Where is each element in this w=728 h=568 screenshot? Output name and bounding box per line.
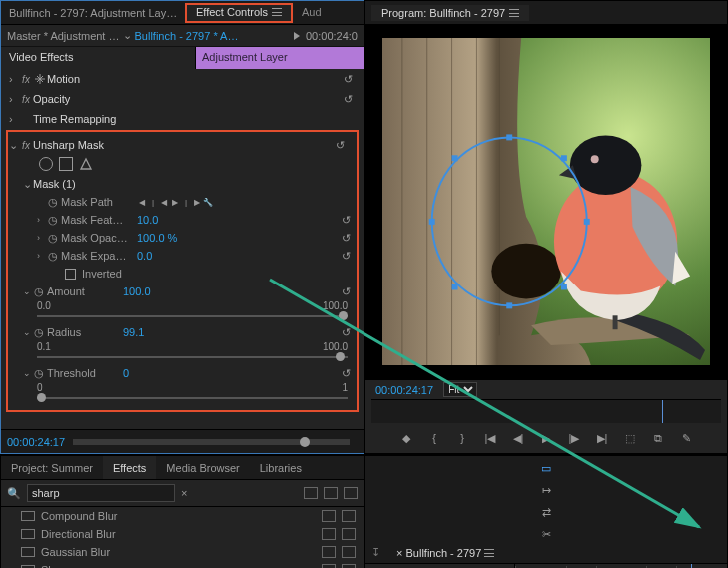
sequence-tab[interactable]: × Bullfinch - 2797 (386, 547, 504, 559)
lift-icon[interactable]: ⬚ (621, 429, 639, 447)
reset-icon[interactable]: ↺ (342, 232, 356, 245)
stopwatch-icon[interactable]: ◷ (47, 232, 59, 244)
effect-item[interactable]: Compound Blur (1, 507, 364, 525)
effect-item[interactable]: Directional Blur (1, 525, 364, 543)
twirl-icon[interactable]: › (9, 73, 19, 85)
stopwatch-icon[interactable]: ◷ (47, 196, 59, 208)
panel-menu-icon[interactable] (509, 9, 519, 17)
stopwatch-icon[interactable]: ◷ (33, 326, 45, 338)
twirl-icon[interactable]: › (37, 233, 45, 243)
prev-key-icon[interactable]: ◀ (137, 197, 147, 207)
twirl-icon[interactable]: › (9, 93, 19, 105)
step-back-icon[interactable]: ◀| (509, 429, 527, 447)
ec-current-time[interactable]: 00:00:24:17 (7, 436, 65, 448)
panel-menu-icon[interactable] (484, 549, 494, 557)
yuv-fx-icon[interactable] (344, 487, 358, 499)
tab-libraries[interactable]: Libraries (250, 456, 312, 479)
step-fwd-icon[interactable]: |▶ (565, 429, 583, 447)
mark-out-icon[interactable]: } (453, 429, 471, 447)
prop-value[interactable]: 0 (123, 367, 173, 379)
prop-value[interactable]: 10.0 (137, 214, 187, 226)
rectangle-mask-icon[interactable] (59, 157, 73, 171)
clear-search-icon[interactable]: × (181, 487, 187, 499)
effect-item[interactable]: Gaussian Blur (1, 543, 364, 561)
video-effects-heading[interactable]: Video Effects (1, 47, 196, 69)
mark-in-icon[interactable]: { (425, 429, 443, 447)
twirl-icon[interactable]: › (37, 215, 45, 225)
reset-icon[interactable]: ↺ (342, 214, 356, 227)
effects-search-input[interactable] (27, 484, 175, 502)
tab-project[interactable]: Project: Summer (1, 456, 103, 479)
radius-slider[interactable] (37, 352, 348, 362)
master-clip-label[interactable]: Master * Adjustment … (7, 30, 120, 42)
add-marker-icon[interactable]: ◆ (397, 429, 415, 447)
reset-icon[interactable]: ↺ (342, 250, 356, 263)
twirl-icon[interactable]: › (9, 113, 19, 125)
sequence-clip-link[interactable]: Bullfinch - 2797 * A… (135, 30, 289, 42)
mask-1[interactable]: ⌄ Mask (1) (9, 175, 356, 193)
reset-icon[interactable]: ↺ (342, 326, 356, 339)
effect-time-remapping[interactable]: › fx Time Remapping (1, 109, 364, 129)
effect-item[interactable]: Sharpen (1, 561, 364, 568)
amount-slider[interactable] (37, 311, 348, 321)
extract-icon[interactable]: ⧉ (649, 429, 667, 447)
checkbox-icon[interactable] (65, 269, 76, 280)
wrench-icon[interactable]: 🔧 (203, 197, 213, 207)
program-playhead[interactable] (662, 400, 663, 423)
prev-key-icon[interactable]: ◀ (159, 197, 169, 207)
chevron-down-icon[interactable]: ⌄ (120, 29, 135, 42)
play-icon[interactable] (294, 32, 300, 40)
fx-badge[interactable]: fx (19, 94, 33, 105)
source-tab[interactable]: Bullfinch - 2797: Adjustment Layer: 00:0… (1, 7, 186, 19)
32bit-fx-icon[interactable] (324, 487, 338, 499)
program-timecode[interactable]: 00:00:24:17 (375, 384, 433, 396)
selection-tool-icon[interactable]: ▭ (538, 460, 554, 476)
prop-value[interactable]: 0.0 (137, 250, 187, 262)
accel-fx-icon[interactable] (304, 487, 318, 499)
fx-badge[interactable]: fx (19, 140, 33, 151)
pen-mask-icon[interactable] (79, 157, 93, 171)
fx-badge[interactable]: fx (19, 74, 33, 85)
ellipse-mask-icon[interactable] (39, 157, 53, 171)
twirl-icon[interactable]: › (37, 251, 45, 261)
reset-icon[interactable]: ↺ (344, 93, 360, 106)
reset-icon[interactable]: ↺ (344, 73, 360, 86)
go-to-in-icon[interactable]: |◀ (481, 429, 499, 447)
effect-opacity[interactable]: › fx Opacity ↺ (1, 89, 364, 109)
program-tab[interactable]: Program: Bullfinch - 2797 (371, 5, 529, 21)
stopwatch-icon[interactable]: ◷ (33, 367, 45, 379)
play-icon[interactable]: ▶ (537, 429, 555, 447)
prop-value[interactable]: 99.1 (123, 326, 173, 338)
audio-tab-trunc[interactable]: Aud (292, 4, 332, 22)
effect-controls-tab[interactable]: Effect Controls (186, 4, 292, 22)
reset-icon[interactable]: ↺ (342, 285, 356, 298)
reset-icon[interactable]: ↺ (342, 367, 356, 380)
panel-menu-icon[interactable] (272, 8, 282, 16)
twirl-open-icon[interactable]: ⌄ (23, 286, 31, 296)
zoom-fit-select[interactable]: Fit (443, 382, 477, 397)
mask-inverted-row[interactable]: Inverted (9, 265, 122, 283)
razor-tool-icon[interactable]: ✂ (538, 526, 554, 542)
reset-icon[interactable]: ↺ (336, 139, 352, 152)
stopwatch-icon[interactable]: ◷ (33, 285, 45, 297)
twirl-open-icon[interactable]: ⌄ (9, 139, 19, 152)
scrub-thumb[interactable] (300, 437, 310, 447)
go-to-out-icon[interactable]: ▶| (593, 429, 611, 447)
tab-effects[interactable]: Effects (103, 456, 156, 479)
twirl-open-icon[interactable]: ⌄ (23, 327, 31, 337)
ec-mini-scrubber[interactable] (73, 439, 350, 445)
prop-value[interactable]: 100.0 (123, 285, 173, 297)
next-key-icon[interactable]: ▶ (192, 197, 202, 207)
ripple-tool-icon[interactable]: ⇄ (538, 504, 554, 520)
threshold-slider[interactable] (37, 393, 348, 403)
mini-timeline-clip[interactable]: Adjustment Layer (196, 47, 364, 69)
stopwatch-icon[interactable]: ◷ (47, 250, 59, 262)
track-select-tool-icon[interactable]: ↦ (538, 482, 554, 498)
effect-motion[interactable]: › fx Motion ↺ (1, 69, 364, 89)
program-canvas[interactable] (365, 25, 727, 380)
effect-unsharp-mask[interactable]: ⌄ fx Unsharp Mask ↺ (9, 135, 356, 155)
twirl-open-icon[interactable]: ⌄ (23, 368, 31, 378)
snap-icon[interactable]: ↧ (371, 546, 386, 559)
program-ruler[interactable] (371, 399, 721, 423)
timeline-playhead[interactable] (691, 564, 692, 568)
